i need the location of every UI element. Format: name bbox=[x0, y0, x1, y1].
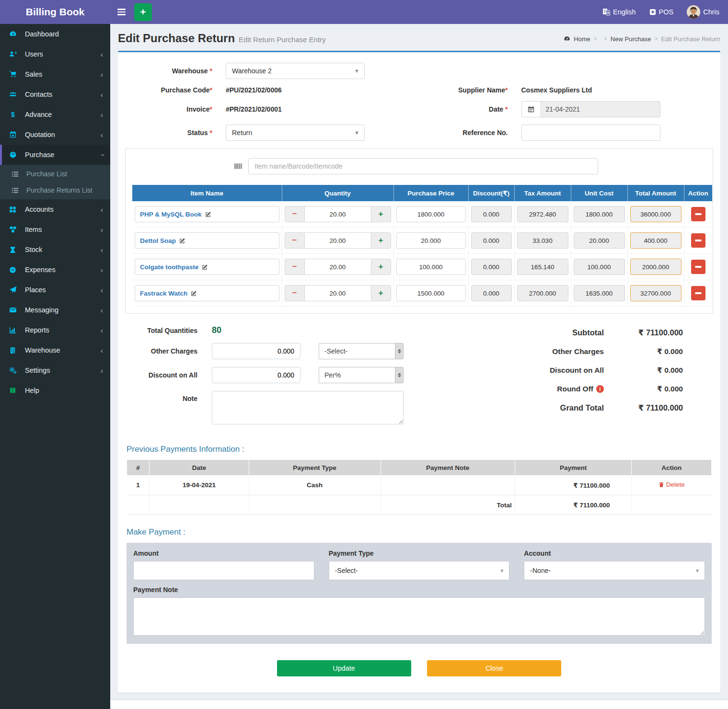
bar-chart-icon bbox=[9, 327, 21, 334]
remove-item-button[interactable] bbox=[691, 260, 705, 274]
remove-item-button[interactable] bbox=[691, 207, 705, 221]
top-header: Billing Book + A English POS Chris bbox=[0, 0, 728, 24]
sidebar-item-accounts[interactable]: Accounts ‹ bbox=[0, 199, 110, 219]
quantity-input[interactable] bbox=[304, 233, 371, 248]
quantity-input[interactable] bbox=[304, 286, 371, 301]
info-icon[interactable]: i bbox=[596, 385, 604, 393]
sidebar-item-places[interactable]: Places ‹ bbox=[0, 280, 110, 300]
chevron-left-icon: ‹ bbox=[101, 111, 103, 118]
language-icon: A bbox=[602, 8, 610, 16]
sidebar-toggle-icon[interactable] bbox=[110, 0, 132, 24]
language-menu[interactable]: A English bbox=[602, 8, 636, 16]
make-payment-panel: Amount Payment Type -Select- ▼ Account -… bbox=[127, 543, 712, 644]
quantity-input[interactable] bbox=[304, 259, 371, 274]
sidebar-item-messaging[interactable]: Messaging ‹ bbox=[0, 300, 110, 320]
quantity-decrease-button[interactable]: − bbox=[285, 286, 304, 301]
quantity-increase-button[interactable]: + bbox=[371, 259, 391, 274]
sidebar-item-quotation[interactable]: Quotation ‹ bbox=[0, 125, 110, 145]
remove-item-button[interactable] bbox=[691, 286, 705, 300]
user-menu[interactable]: Chris bbox=[687, 5, 719, 19]
total-quantities-value: 80 bbox=[212, 325, 221, 335]
status-select[interactable]: Return ▼ bbox=[226, 125, 365, 141]
quantity-decrease-button[interactable]: − bbox=[285, 206, 304, 222]
discount-type-select[interactable]: Per% bbox=[319, 367, 404, 383]
quick-add-button[interactable]: + bbox=[134, 3, 152, 21]
grand-total-label: Grand Total bbox=[460, 403, 604, 412]
sidebar-item-help[interactable]: Help bbox=[0, 380, 110, 400]
delete-payment-button[interactable]: Delete bbox=[659, 481, 685, 488]
sidebar-item-contacts[interactable]: Contacts ‹ bbox=[0, 84, 110, 104]
sidebar-item-sales[interactable]: Sales ‹ bbox=[0, 64, 110, 84]
purchase-price-input[interactable] bbox=[396, 232, 466, 249]
quantity-decrease-button[interactable]: − bbox=[285, 233, 304, 248]
sidebar-item-dashboard[interactable]: Dashboard bbox=[0, 24, 110, 44]
edit-icon[interactable] bbox=[205, 211, 211, 217]
breadcrumb-home[interactable]: Home bbox=[574, 35, 590, 43]
payment-type-select[interactable]: -Select- ▼ bbox=[329, 561, 510, 580]
quantity-decrease-button[interactable]: − bbox=[285, 259, 304, 274]
total-amount-value: 2000.000 bbox=[630, 259, 682, 275]
note-textarea[interactable] bbox=[212, 391, 404, 424]
sidebar-item-expenses[interactable]: Expenses ‹ bbox=[0, 260, 110, 280]
sidebar-item-purchase[interactable]: Purchase ‹ bbox=[0, 145, 110, 165]
sidebar-item-purchase-returns-list[interactable]: Purchase Returns List bbox=[0, 182, 110, 198]
app-brand[interactable]: Billing Book bbox=[0, 0, 110, 24]
reference-no-field[interactable] bbox=[521, 125, 660, 141]
other-charges-input[interactable] bbox=[212, 343, 300, 359]
pos-menu[interactable]: POS bbox=[649, 8, 674, 16]
date-field[interactable] bbox=[541, 101, 660, 117]
sidebar-item-purchase-list[interactable]: Purchase List bbox=[0, 166, 110, 182]
sidebar-item-items[interactable]: Items ‹ bbox=[0, 219, 110, 240]
round-off-value: ₹ 0.000 bbox=[604, 385, 712, 393]
sidebar-item-reports[interactable]: Reports ‹ bbox=[0, 320, 110, 340]
payments-table-header: # Date Payment Type Payment Note Payment… bbox=[127, 460, 711, 475]
edit-icon[interactable] bbox=[191, 290, 197, 297]
quantity-increase-button[interactable]: + bbox=[371, 206, 391, 222]
close-button[interactable]: Close bbox=[427, 660, 561, 676]
purchase-submenu: Purchase List Purchase Returns List bbox=[0, 165, 110, 199]
sidebar-item-stock[interactable]: Stock ‹ bbox=[0, 240, 110, 260]
quantity-increase-button[interactable]: + bbox=[371, 233, 391, 248]
supplier-name-value: Cosmex Suppliers Ltd bbox=[521, 86, 592, 94]
remove-item-button[interactable] bbox=[691, 233, 705, 248]
other-charges-select[interactable]: -Select- bbox=[319, 343, 404, 359]
amount-input[interactable] bbox=[133, 561, 314, 580]
edit-icon[interactable] bbox=[179, 238, 185, 244]
quantity-input[interactable] bbox=[304, 206, 371, 222]
chevron-left-icon: ‹ bbox=[101, 307, 103, 314]
item-link[interactable]: Dettol Soap bbox=[140, 237, 176, 244]
total-amount-value: 400.000 bbox=[630, 232, 682, 249]
payment-number: 1 bbox=[127, 475, 150, 495]
update-button[interactable]: Update bbox=[277, 660, 411, 676]
items-table-header: Item Name Quantity Purchase Price Discou… bbox=[132, 185, 712, 201]
account-select[interactable]: -None- ▼ bbox=[524, 561, 705, 580]
item-link[interactable]: Fastrack Watch bbox=[140, 290, 187, 297]
chevron-down-icon: ‹ bbox=[98, 154, 105, 156]
sidebar-item-users[interactable]: Users ‹ bbox=[0, 44, 110, 64]
chevron-down-icon: ▼ bbox=[354, 68, 359, 74]
payment-note-textarea[interactable] bbox=[133, 597, 705, 636]
item-search-input[interactable] bbox=[248, 158, 598, 174]
purchase-price-input[interactable] bbox=[396, 285, 466, 301]
quantity-increase-button[interactable]: + bbox=[371, 286, 391, 301]
payments-total-label: Total bbox=[381, 495, 515, 515]
subtotal-value: ₹ 71100.000 bbox=[604, 328, 712, 337]
warehouse-select[interactable]: Warehouse 2 ▼ bbox=[226, 63, 365, 79]
breadcrumb-new-purchase[interactable]: New Purchase bbox=[611, 35, 651, 43]
chevron-left-icon: ‹ bbox=[101, 367, 103, 374]
sidebar-item-settings[interactable]: Settings ‹ bbox=[0, 360, 110, 380]
sidebar-item-warehouse[interactable]: Warehouse ‹ bbox=[0, 340, 110, 360]
discount-on-all-input[interactable] bbox=[212, 367, 300, 383]
unit-cost-value: 20.000 bbox=[574, 232, 625, 249]
gears-icon bbox=[9, 366, 21, 374]
users-icon bbox=[9, 50, 21, 58]
edit-icon[interactable] bbox=[202, 264, 208, 270]
item-link[interactable]: PHP & MySQL Book bbox=[140, 211, 202, 218]
sidebar-item-advance[interactable]: $ Advance ‹ bbox=[0, 104, 110, 125]
tax-amount-value: 33.030 bbox=[517, 232, 568, 249]
purchase-price-input[interactable] bbox=[396, 206, 466, 222]
purchase-price-input[interactable] bbox=[396, 259, 466, 275]
other-charges-label: Other Charges bbox=[127, 347, 197, 355]
chevron-left-icon: ‹ bbox=[101, 347, 103, 354]
item-link[interactable]: Colgate toothpaste bbox=[140, 263, 198, 271]
